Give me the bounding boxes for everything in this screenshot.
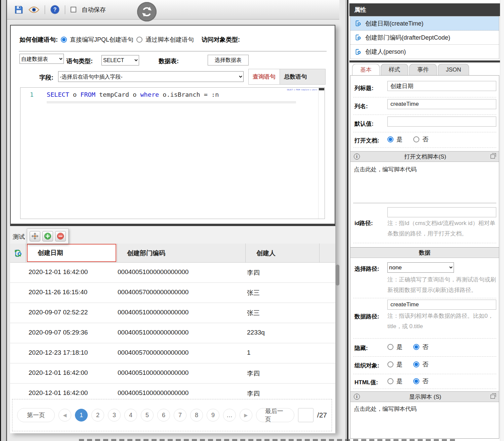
open-doc-script-section[interactable]: i 打开文档脚本(S) bbox=[350, 151, 499, 162]
column-item-person[interactable]: 创建人(person) bbox=[350, 45, 499, 59]
open-doc-script-placeholder[interactable]: 点击此处，编写脚本代码 bbox=[354, 166, 417, 173]
data-path-input[interactable] bbox=[387, 300, 496, 310]
col-title-input[interactable] bbox=[387, 81, 496, 91]
right-scrollbar-track[interactable] bbox=[500, 0, 504, 441]
move-button[interactable] bbox=[30, 231, 40, 241]
table-row[interactable]: 2020-11-26 16:15:4000040057000000000000张… bbox=[10, 283, 335, 303]
info-icon: i bbox=[354, 394, 360, 400]
table-row[interactable]: 2020-12-01 16:42:0000040051000000000000李… bbox=[10, 363, 335, 384]
grid-column-createtime[interactable]: 创建日期 bbox=[27, 244, 116, 262]
autosave-checkbox[interactable] bbox=[71, 7, 76, 12]
next-page-button[interactable]: ▶ bbox=[240, 409, 252, 422]
data-section-header: 数据 bbox=[350, 247, 499, 258]
jpql-radio[interactable] bbox=[61, 37, 67, 43]
org-yes-radio[interactable] bbox=[387, 361, 393, 367]
hidden-radio-group: 是 否 bbox=[387, 343, 428, 351]
page-button-7[interactable]: 7 bbox=[174, 409, 186, 422]
field-insert-select[interactable]: -选择后在语句中插入字段- bbox=[58, 71, 244, 82]
grid-header: 创建日期 创建部门编码 创建人 bbox=[10, 244, 335, 263]
prev-page-button[interactable]: ◀ bbox=[58, 409, 71, 422]
test-grid-area: 测试 创建日期 创建部门编码 创建人 bbox=[10, 226, 335, 400]
popout-icon[interactable] bbox=[491, 395, 495, 399]
divider bbox=[19, 51, 327, 51]
html-value-label: HTML值: bbox=[354, 379, 378, 386]
hidden-no-radio[interactable] bbox=[413, 344, 419, 350]
id-path-input[interactable] bbox=[387, 207, 496, 217]
header-divider bbox=[245, 244, 246, 263]
column-doc-icon bbox=[354, 48, 362, 55]
org-no-radio[interactable] bbox=[413, 361, 419, 367]
data-source-select[interactable]: 自建数据表 bbox=[19, 54, 64, 64]
page-ellipsis-button[interactable]: … bbox=[223, 409, 236, 422]
script-radio-label[interactable]: 通过脚本创建语句 bbox=[145, 36, 194, 44]
table-row[interactable]: 2020-12-01 16:42:0000040051000000000000李… bbox=[10, 263, 335, 283]
stmt-type-select[interactable]: SELECT bbox=[101, 55, 139, 65]
column-item-drafterdeptcode[interactable]: 创建部门编码(drafterDeptCode) bbox=[350, 31, 499, 45]
tab-events[interactable]: 事件 bbox=[409, 64, 437, 76]
minimap-scrollbar[interactable] bbox=[319, 88, 324, 90]
help-icon[interactable]: ? bbox=[50, 5, 59, 14]
select-path-note: 注：正确填写了查询语句，再测试语句或刷新视图数据可显示(刷新)选择路径。 bbox=[387, 274, 497, 295]
header-divider bbox=[117, 244, 117, 263]
panel-splitter[interactable] bbox=[347, 0, 348, 441]
open-doc-script-title: 打开文档脚本(S) bbox=[360, 153, 491, 161]
next-arrow-icon: ▶ bbox=[244, 412, 248, 418]
property-tabs: 基本 样式 事件 JSON bbox=[352, 64, 469, 76]
hidden-yes-radio[interactable] bbox=[387, 344, 393, 350]
save-icon[interactable] bbox=[14, 5, 23, 14]
script-radio[interactable] bbox=[136, 37, 142, 43]
grid-refresh-button[interactable] bbox=[10, 244, 26, 263]
tab-count-statement[interactable]: 总数语句 bbox=[280, 69, 311, 84]
html-no-radio[interactable] bbox=[413, 378, 419, 384]
page-button-3[interactable]: 3 bbox=[108, 409, 121, 422]
grid-scrollbar-thumb[interactable] bbox=[336, 265, 339, 285]
divider bbox=[353, 374, 496, 374]
tab-basic[interactable]: 基本 bbox=[352, 64, 380, 76]
display-script-section[interactable]: i 显示脚本 (S) bbox=[350, 391, 499, 402]
tab-json[interactable]: JSON bbox=[438, 64, 469, 76]
table-row[interactable]: 2020-09-07 05:29:36000400510000000000002… bbox=[10, 323, 335, 343]
page-button-6[interactable]: 6 bbox=[157, 409, 170, 422]
col-name-input[interactable] bbox=[387, 99, 496, 109]
jpql-radio-label[interactable]: 直接编写JPQL创建语句 bbox=[70, 36, 133, 44]
remove-column-button[interactable] bbox=[55, 231, 66, 241]
header-divider bbox=[26, 244, 26, 263]
page-button-9[interactable]: 9 bbox=[207, 409, 219, 422]
table-row[interactable]: 2020-09-07 02:52:2200040051000000000000张… bbox=[10, 303, 335, 323]
page-button-4[interactable]: 4 bbox=[124, 409, 137, 422]
properties-title: 属性 bbox=[349, 3, 500, 16]
default-value-input[interactable] bbox=[387, 117, 496, 127]
table-row[interactable]: 2020-12-01 16:42:0000040051000000000000李… bbox=[10, 384, 335, 400]
grid-column-deptcode[interactable]: 创建部门编码 bbox=[127, 244, 165, 263]
refresh-loading-button[interactable] bbox=[137, 2, 157, 21]
tab-style[interactable]: 样式 bbox=[381, 64, 408, 76]
first-page-button[interactable]: 第一页 bbox=[17, 408, 55, 422]
grid-column-person[interactable]: 创建人 bbox=[256, 244, 276, 263]
plus-icon bbox=[44, 232, 51, 240]
divider bbox=[349, 60, 500, 62]
last-page-button[interactable]: 最后一页 bbox=[256, 408, 294, 422]
open-doc-no-radio[interactable] bbox=[413, 136, 419, 142]
page-button-1[interactable]: 1 bbox=[75, 409, 88, 422]
id-path-note: 注：指Id（cms文档id/流程work id）相对单条数据的路径，用于打开文档… bbox=[387, 218, 497, 239]
toolbar-divider bbox=[45, 5, 45, 14]
column-item-createtime[interactable]: 创建日期(createTime) bbox=[350, 16, 499, 31]
add-column-button[interactable] bbox=[42, 231, 53, 241]
choose-table-button[interactable]: 选择数据表 bbox=[208, 55, 249, 65]
select-path-select[interactable]: none bbox=[387, 262, 454, 273]
jpql-code-editor[interactable]: 1 SELECT o FROM tempCard o where o.isBra… bbox=[20, 87, 325, 219]
default-value-label: 默认值: bbox=[354, 120, 374, 128]
display-script-placeholder[interactable]: 点击此处，编写脚本代码 bbox=[354, 405, 417, 413]
table-row[interactable]: 2020-12-23 17:18:10000400570000000000001 bbox=[10, 343, 335, 363]
html-yes-radio[interactable] bbox=[387, 378, 393, 384]
svg-text:?: ? bbox=[53, 7, 57, 12]
open-doc-label: 打开文档: bbox=[354, 137, 379, 144]
page-button-8[interactable]: 8 bbox=[190, 409, 203, 422]
page-number-input[interactable] bbox=[298, 408, 313, 422]
page-button-2[interactable]: 2 bbox=[91, 409, 104, 422]
tab-query-statement[interactable]: 查询语句 bbox=[249, 69, 280, 84]
popout-icon[interactable] bbox=[491, 155, 495, 159]
preview-eye-icon[interactable] bbox=[29, 6, 39, 13]
page-button-5[interactable]: 5 bbox=[141, 409, 154, 422]
open-doc-yes-radio[interactable] bbox=[387, 136, 393, 142]
